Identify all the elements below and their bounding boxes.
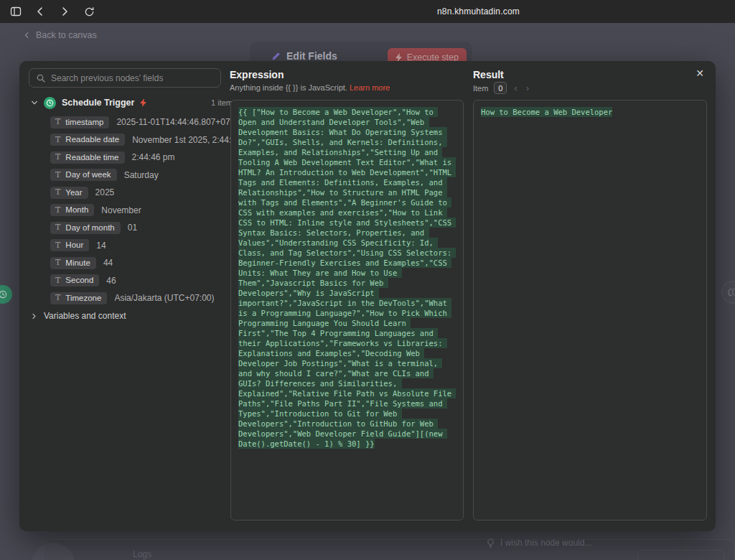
field-name: Minute (65, 258, 90, 267)
field-pill[interactable]: TTimezone (50, 292, 107, 304)
field-row[interactable]: TReadable time2:44:46 pm (50, 149, 234, 167)
search-icon (37, 74, 45, 83)
text-type-icon: T (55, 206, 60, 214)
schedule-trigger-group[interactable]: Schedule Trigger 1 item (31, 95, 233, 111)
text-type-icon: T (55, 118, 60, 126)
field-pill[interactable]: Ttimestamp (50, 116, 109, 129)
field-row[interactable]: TMinute44 (50, 254, 234, 272)
field-row[interactable]: THour14 (50, 237, 234, 255)
field-row[interactable]: TReadable dateNovember 1st 2025, 2:44:46… (50, 131, 234, 149)
pencil-icon (271, 52, 281, 61)
field-value: November (101, 205, 141, 215)
text-type-icon: T (55, 153, 60, 161)
text-type-icon: T (55, 276, 60, 284)
close-icon[interactable]: ✕ (693, 66, 707, 80)
field-row[interactable]: TDay of weekSaturday (50, 167, 234, 185)
field-row[interactable]: TYear2025 (50, 184, 234, 202)
expression-code[interactable]: {{ ["How to Become a Web Developer","How… (238, 107, 456, 449)
field-name: Day of month (65, 223, 114, 232)
lightbulb-icon (487, 538, 495, 548)
field-pill[interactable]: TYear (50, 187, 88, 199)
field-row[interactable]: TDay of month01 (50, 219, 234, 237)
field-pill[interactable]: TSecond (50, 274, 99, 286)
field-name: Hour (65, 241, 83, 249)
field-value: 2:44:46 pm (132, 152, 175, 162)
node-title[interactable]: Edit Fields (271, 50, 337, 62)
field-value: 14 (96, 241, 106, 251)
field-row[interactable]: TMonthNovember (50, 202, 234, 220)
forward-icon[interactable] (56, 3, 73, 20)
field-name: Day of week (65, 170, 111, 179)
back-to-canvas-link[interactable]: Back to canvas (24, 30, 97, 40)
clock-icon (46, 99, 54, 107)
node-name-label: Schedule Trigger (62, 98, 134, 108)
search-fields-box[interactable] (29, 68, 221, 88)
address-bar-url[interactable]: n8n.khmuhtadin.com (437, 6, 520, 17)
clock-icon (0, 290, 7, 299)
text-type-icon: T (55, 223, 60, 231)
field-name: timestamp (65, 118, 103, 126)
brain-icon (728, 287, 735, 297)
schedule-trigger-icon (44, 97, 56, 109)
field-name: Year (65, 188, 82, 197)
result-item-pager: Item 0 ‹ › (473, 82, 530, 94)
reload-icon[interactable] (80, 3, 98, 20)
field-value: November 1st 2025, 2:44:46 pm (132, 135, 234, 145)
browser-toolbar (0, 0, 735, 23)
item-index-input[interactable]: 0 (494, 82, 507, 94)
field-value: 46 (106, 276, 116, 286)
node-feedback-input[interactable]: I wish this node would... (487, 538, 591, 548)
chevron-down-icon[interactable] (31, 99, 38, 106)
result-value: How to Become a Web Developer (481, 107, 612, 117)
field-value: Saturday (124, 170, 159, 180)
field-row[interactable]: TTimezoneAsia/Jakarta (UTC+07:00) (50, 289, 234, 307)
field-name: Second (65, 276, 93, 284)
result-output-box: How to Become a Web Developer (473, 100, 707, 521)
next-item-icon[interactable]: › (525, 83, 530, 93)
search-input[interactable] (51, 73, 213, 83)
sidebar-toggle-icon[interactable] (7, 3, 24, 20)
text-type-icon: T (55, 136, 60, 144)
expression-editor-modal: Schedule Trigger 1 item Ttimestamp2025-1… (19, 61, 716, 531)
field-pill[interactable]: TDay of week (50, 169, 117, 181)
field-pill[interactable]: THour (50, 239, 89, 251)
expression-code-editor[interactable]: {{ ["How to Become a Web Developer","How… (230, 100, 464, 521)
logs-label: Logs (133, 549, 151, 559)
item-count-label: 1 item (211, 98, 233, 107)
field-pill[interactable]: TReadable date (50, 134, 125, 146)
field-name: Readable time (65, 153, 118, 162)
ai-node-stub (721, 281, 735, 304)
chevron-right-icon[interactable] (31, 313, 37, 319)
field-value: 2025 (95, 187, 115, 197)
prev-item-icon[interactable]: ‹ (512, 83, 518, 93)
back-icon[interactable] (32, 3, 49, 20)
expression-subtitle: Anything inside {{ }} is JavaScript. Lea… (230, 83, 390, 92)
learn-more-link[interactable]: Learn more (350, 83, 390, 92)
trigger-bolt-icon (140, 98, 147, 107)
assistant-chat-ghost[interactable] (637, 550, 725, 560)
field-name: Timezone (65, 294, 101, 302)
text-type-icon: T (55, 258, 60, 266)
schedule-trigger-node-stub (0, 285, 12, 304)
field-value: 44 (103, 258, 113, 268)
field-pill[interactable]: TMinute (50, 257, 96, 269)
field-value: 2025-11-01T14:44:46.807+07:00 (116, 117, 234, 127)
text-type-icon: T (55, 171, 60, 179)
field-row[interactable]: TSecond46 (50, 272, 234, 290)
field-pill[interactable]: TDay of month (50, 222, 121, 234)
field-value: Asia/Jakarta (UTC+07:00) (114, 293, 214, 303)
text-type-icon: T (55, 294, 60, 302)
n8n-expression-editor-screen: n8n.khmuhtadin.com Back to canvas Edit F… (0, 0, 735, 560)
field-value: 01 (128, 223, 137, 233)
arrow-left-icon (24, 32, 31, 39)
result-title: Result (473, 69, 504, 80)
field-row[interactable]: Ttimestamp2025-11-01T14:44:46.807+07:00 (50, 113, 234, 131)
text-type-icon: T (55, 188, 60, 196)
field-pill[interactable]: TMonth (50, 204, 94, 216)
field-pill[interactable]: TReadable time (50, 151, 125, 164)
variables-and-context-group[interactable]: Variables and context (31, 311, 126, 321)
text-type-icon: T (55, 241, 60, 249)
fields-list: Ttimestamp2025-11-01T14:44:46.807+07:00T… (50, 113, 234, 307)
expression-title: Expression (230, 69, 284, 80)
field-name: Month (65, 205, 88, 214)
